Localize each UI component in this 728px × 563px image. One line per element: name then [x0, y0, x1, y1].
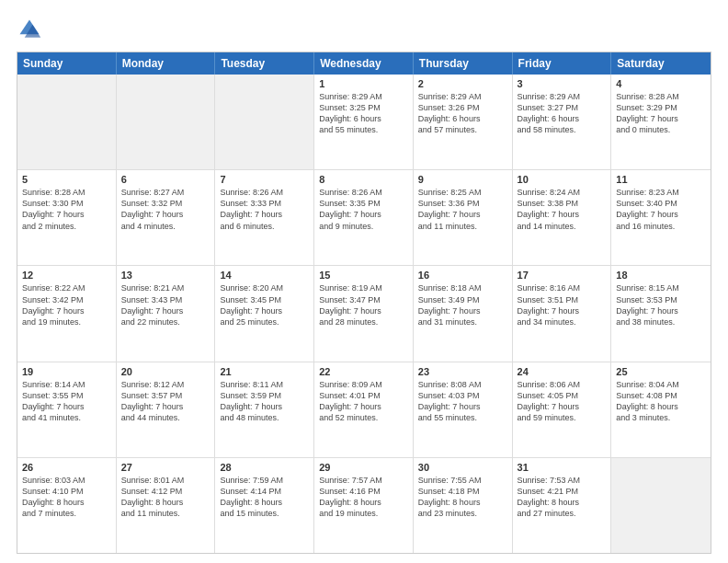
- day-number: 9: [418, 174, 507, 185]
- logo-icon: [17, 17, 42, 42]
- calendar-body: 1Sunrise: 8:29 AMSunset: 3:25 PMDaylight…: [17, 75, 711, 553]
- day-number: 1: [319, 78, 408, 89]
- cell-text: Sunrise: 8:12 AMSunset: 3:57 PMDaylight:…: [121, 379, 210, 424]
- day-number: 6: [121, 174, 210, 185]
- day-number: 30: [418, 462, 507, 473]
- cell-text: Sunrise: 8:06 AMSunset: 4:05 PMDaylight:…: [518, 379, 607, 424]
- cell-text: Sunrise: 8:11 AMSunset: 3:59 PMDaylight:…: [220, 379, 309, 424]
- day-number: 25: [616, 366, 706, 377]
- page: SundayMondayTuesdayWednesdayThursdayFrid…: [0, 0, 728, 563]
- cal-row-2: 5Sunrise: 8:28 AMSunset: 3:30 PMDaylight…: [17, 170, 711, 266]
- logo: [17, 17, 46, 42]
- day-number: 14: [220, 270, 309, 281]
- day-headers: SundayMondayTuesdayWednesdayThursdayFrid…: [17, 52, 711, 75]
- cal-cell: 20Sunrise: 8:12 AMSunset: 3:57 PMDayligh…: [117, 362, 216, 457]
- day-number: 31: [518, 462, 607, 473]
- cal-cell: 27Sunrise: 8:01 AMSunset: 4:12 PMDayligh…: [117, 458, 216, 553]
- day-number: 3: [518, 78, 607, 89]
- cal-cell: 6Sunrise: 8:27 AMSunset: 3:32 PMDaylight…: [117, 170, 216, 265]
- day-header-tuesday: Tuesday: [215, 52, 314, 75]
- day-number: 8: [319, 174, 408, 185]
- day-number: 26: [22, 462, 111, 473]
- cell-text: Sunrise: 8:08 AMSunset: 4:03 PMDaylight:…: [418, 379, 507, 424]
- day-number: 18: [616, 270, 706, 281]
- cal-cell: 23Sunrise: 8:08 AMSunset: 4:03 PMDayligh…: [414, 362, 513, 457]
- cal-cell: [117, 75, 216, 169]
- day-number: 5: [22, 174, 111, 185]
- cell-text: Sunrise: 8:16 AMSunset: 3:51 PMDaylight:…: [518, 282, 607, 327]
- day-number: 19: [22, 366, 111, 377]
- day-number: 17: [518, 270, 607, 281]
- cal-cell: 25Sunrise: 8:04 AMSunset: 4:08 PMDayligh…: [611, 362, 711, 457]
- cal-cell: 8Sunrise: 8:26 AMSunset: 3:35 PMDaylight…: [314, 170, 414, 265]
- day-number: 22: [319, 366, 408, 377]
- cell-text: Sunrise: 7:53 AMSunset: 4:21 PMDaylight:…: [518, 475, 607, 520]
- cal-cell: 16Sunrise: 8:18 AMSunset: 3:49 PMDayligh…: [414, 266, 513, 361]
- cal-cell: 1Sunrise: 8:29 AMSunset: 3:25 PMDaylight…: [314, 75, 414, 169]
- day-number: 27: [121, 462, 210, 473]
- day-number: 24: [518, 366, 607, 377]
- cal-cell: 14Sunrise: 8:20 AMSunset: 3:45 PMDayligh…: [215, 266, 314, 361]
- cal-cell: [215, 75, 314, 169]
- cell-text: Sunrise: 8:26 AMSunset: 3:35 PMDaylight:…: [319, 187, 408, 232]
- cal-cell: 10Sunrise: 8:24 AMSunset: 3:38 PMDayligh…: [513, 170, 612, 265]
- cal-cell: 18Sunrise: 8:15 AMSunset: 3:53 PMDayligh…: [611, 266, 711, 361]
- cell-text: Sunrise: 8:29 AMSunset: 3:26 PMDaylight:…: [418, 91, 507, 136]
- day-number: 15: [319, 270, 408, 281]
- day-number: 29: [319, 462, 408, 473]
- cal-cell: 29Sunrise: 7:57 AMSunset: 4:16 PMDayligh…: [314, 458, 414, 553]
- cal-cell: 5Sunrise: 8:28 AMSunset: 3:30 PMDaylight…: [17, 170, 117, 265]
- cal-cell: 19Sunrise: 8:14 AMSunset: 3:55 PMDayligh…: [17, 362, 117, 457]
- cal-cell: 9Sunrise: 8:25 AMSunset: 3:36 PMDaylight…: [414, 170, 513, 265]
- cal-cell: 13Sunrise: 8:21 AMSunset: 3:43 PMDayligh…: [117, 266, 216, 361]
- cal-cell: 30Sunrise: 7:55 AMSunset: 4:18 PMDayligh…: [414, 458, 513, 553]
- cal-cell: 24Sunrise: 8:06 AMSunset: 4:05 PMDayligh…: [513, 362, 612, 457]
- day-number: 20: [121, 366, 210, 377]
- day-header-friday: Friday: [513, 52, 612, 75]
- cell-text: Sunrise: 7:59 AMSunset: 4:14 PMDaylight:…: [220, 475, 309, 520]
- cal-cell: [611, 458, 711, 553]
- day-header-thursday: Thursday: [414, 52, 513, 75]
- cal-cell: 22Sunrise: 8:09 AMSunset: 4:01 PMDayligh…: [314, 362, 414, 457]
- cell-text: Sunrise: 8:24 AMSunset: 3:38 PMDaylight:…: [518, 187, 607, 232]
- header: [17, 17, 711, 42]
- day-number: 13: [121, 270, 210, 281]
- cell-text: Sunrise: 8:21 AMSunset: 3:43 PMDaylight:…: [121, 282, 210, 327]
- day-number: 16: [418, 270, 507, 281]
- cell-text: Sunrise: 8:04 AMSunset: 4:08 PMDaylight:…: [616, 379, 706, 424]
- cal-cell: 17Sunrise: 8:16 AMSunset: 3:51 PMDayligh…: [513, 266, 612, 361]
- day-number: 21: [220, 366, 309, 377]
- day-header-wednesday: Wednesday: [314, 52, 414, 75]
- cal-cell: 7Sunrise: 8:26 AMSunset: 3:33 PMDaylight…: [215, 170, 314, 265]
- day-number: 7: [220, 174, 309, 185]
- cell-text: Sunrise: 8:25 AMSunset: 3:36 PMDaylight:…: [418, 187, 507, 232]
- day-number: 4: [616, 78, 706, 89]
- cell-text: Sunrise: 7:55 AMSunset: 4:18 PMDaylight:…: [418, 475, 507, 520]
- cell-text: Sunrise: 8:19 AMSunset: 3:47 PMDaylight:…: [319, 282, 408, 327]
- cell-text: Sunrise: 8:29 AMSunset: 3:27 PMDaylight:…: [518, 91, 607, 136]
- cal-cell: 2Sunrise: 8:29 AMSunset: 3:26 PMDaylight…: [414, 75, 513, 169]
- cal-cell: 15Sunrise: 8:19 AMSunset: 3:47 PMDayligh…: [314, 266, 414, 361]
- day-number: 28: [220, 462, 309, 473]
- cell-text: Sunrise: 8:28 AMSunset: 3:29 PMDaylight:…: [616, 91, 706, 136]
- day-number: 12: [22, 270, 111, 281]
- cal-cell: 21Sunrise: 8:11 AMSunset: 3:59 PMDayligh…: [215, 362, 314, 457]
- cell-text: Sunrise: 8:26 AMSunset: 3:33 PMDaylight:…: [220, 187, 309, 232]
- cal-row-5: 26Sunrise: 8:03 AMSunset: 4:10 PMDayligh…: [17, 458, 711, 553]
- day-header-saturday: Saturday: [611, 52, 711, 75]
- cal-cell: 28Sunrise: 7:59 AMSunset: 4:14 PMDayligh…: [215, 458, 314, 553]
- day-number: 2: [418, 78, 507, 89]
- cell-text: Sunrise: 8:27 AMSunset: 3:32 PMDaylight:…: [121, 187, 210, 232]
- cell-text: Sunrise: 8:20 AMSunset: 3:45 PMDaylight:…: [220, 282, 309, 327]
- cell-text: Sunrise: 8:18 AMSunset: 3:49 PMDaylight:…: [418, 282, 507, 327]
- cal-cell: 12Sunrise: 8:22 AMSunset: 3:42 PMDayligh…: [17, 266, 117, 361]
- cell-text: Sunrise: 8:03 AMSunset: 4:10 PMDaylight:…: [22, 475, 111, 520]
- cell-text: Sunrise: 8:29 AMSunset: 3:25 PMDaylight:…: [319, 91, 408, 136]
- cell-text: Sunrise: 8:01 AMSunset: 4:12 PMDaylight:…: [121, 475, 210, 520]
- cal-row-3: 12Sunrise: 8:22 AMSunset: 3:42 PMDayligh…: [17, 266, 711, 362]
- cal-cell: 3Sunrise: 8:29 AMSunset: 3:27 PMDaylight…: [513, 75, 612, 169]
- cal-row-4: 19Sunrise: 8:14 AMSunset: 3:55 PMDayligh…: [17, 362, 711, 458]
- cell-text: Sunrise: 8:09 AMSunset: 4:01 PMDaylight:…: [319, 379, 408, 424]
- cell-text: Sunrise: 7:57 AMSunset: 4:16 PMDaylight:…: [319, 475, 408, 520]
- cal-cell: 26Sunrise: 8:03 AMSunset: 4:10 PMDayligh…: [17, 458, 117, 553]
